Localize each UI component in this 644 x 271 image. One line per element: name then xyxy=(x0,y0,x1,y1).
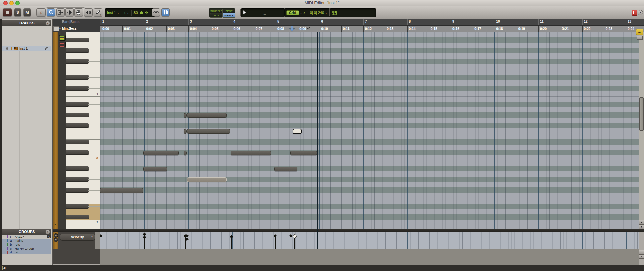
audition-speaker-icon[interactable] xyxy=(144,11,149,15)
black-key[interactable] xyxy=(66,86,89,91)
black-key[interactable] xyxy=(66,102,89,107)
group-name[interactable]: <ALL> xyxy=(15,235,24,238)
black-key[interactable] xyxy=(66,75,89,80)
midi-note[interactable] xyxy=(274,167,297,171)
group-row[interactable]: amains xyxy=(2,239,51,243)
grid-value-toggle[interactable]: Grid xyxy=(286,10,299,15)
velocity-zoom-out-button[interactable]: − xyxy=(639,250,644,254)
notes-lane-button[interactable] xyxy=(59,35,66,41)
velocity-grid[interactable] xyxy=(100,232,639,249)
grid-options-button[interactable]: −− xyxy=(637,36,643,40)
notation-view-button[interactable]: ♫ xyxy=(36,8,46,16)
black-key[interactable] xyxy=(66,204,89,209)
midi-note[interactable] xyxy=(187,177,227,182)
group-az-icon[interactable]: az xyxy=(47,235,51,238)
mirrored-midi-edit-button[interactable] xyxy=(161,8,170,16)
groups-menu-button[interactable]: ▼ xyxy=(45,230,50,234)
solo-button[interactable]: S xyxy=(14,8,21,16)
midi-note[interactable] xyxy=(187,129,230,134)
note-grid[interactable] xyxy=(100,32,639,229)
track-select-chevron[interactable]: ▼ xyxy=(117,12,119,14)
midi-note[interactable] xyxy=(290,151,317,155)
vertical-scrollbar-thumb[interactable] xyxy=(639,97,644,131)
track-list-item[interactable]: Inst 1 xyxy=(2,46,51,52)
midi-note[interactable] xyxy=(184,129,187,134)
grid-units-chevron[interactable]: ▼ xyxy=(325,12,327,14)
ruler-menu-button[interactable]: ≡ xyxy=(53,26,59,31)
black-key[interactable] xyxy=(66,166,89,171)
marker-flag-icon[interactable] xyxy=(306,27,310,31)
selector-tool-button[interactable] xyxy=(65,8,74,16)
default-velocity-value[interactable]: 80 xyxy=(133,11,138,15)
link-timeline-edit-button[interactable] xyxy=(152,8,160,16)
lane-collapse-icon[interactable]: ▼ xyxy=(54,223,56,226)
black-key[interactable] xyxy=(66,59,89,64)
grid-value-chevron[interactable]: ▼ xyxy=(300,12,302,14)
note-duration-icon[interactable]: ♪ xyxy=(124,10,126,15)
default-track-value[interactable]: Inst 1 xyxy=(107,11,116,15)
group-name[interactable]: Hu HA Group xyxy=(15,247,34,250)
black-key[interactable] xyxy=(66,38,89,42)
black-key[interactable] xyxy=(66,177,89,182)
piano-keyboard[interactable]: 432 xyxy=(66,32,100,229)
midi-note[interactable] xyxy=(100,188,143,193)
group-row[interactable]: ○!<ALL>az xyxy=(2,235,51,239)
remove-lane-button[interactable]: − xyxy=(54,233,58,238)
lane-type-dropdown[interactable]: velocity ▼ xyxy=(60,234,95,241)
return-to-start-icon[interactable]: |◀ xyxy=(2,266,5,270)
scroll-up-button[interactable]: ▲ xyxy=(639,220,644,224)
record-enable-button[interactable] xyxy=(3,8,12,16)
midi-note[interactable] xyxy=(231,151,271,155)
shuffle-mode-button[interactable]: SHUFFLE xyxy=(210,9,223,13)
bars-beats-label[interactable]: Bars|Beats xyxy=(62,20,79,24)
add-lane-button[interactable]: + xyxy=(54,238,58,242)
zoomer-tool-button[interactable] xyxy=(47,8,55,16)
trimmer-tool-button[interactable] xyxy=(56,8,65,16)
mute-button[interactable]: M xyxy=(23,8,31,16)
group-row[interactable]: dref xyxy=(2,250,51,254)
grabber-tool-button[interactable] xyxy=(74,8,83,16)
keyboard-icon[interactable] xyxy=(332,11,337,15)
midi-note[interactable] xyxy=(184,151,187,155)
black-key[interactable] xyxy=(66,188,89,193)
tracks-panel-header[interactable]: TRACKS ▼ xyxy=(2,20,51,26)
black-key[interactable] xyxy=(66,150,89,155)
black-key[interactable] xyxy=(66,48,89,53)
black-key[interactable] xyxy=(66,123,89,128)
track-state-dot[interactable] xyxy=(6,47,8,50)
grid-mode-button[interactable]: GRID ▼ xyxy=(223,13,235,18)
midi-note[interactable] xyxy=(143,167,167,171)
black-key[interactable] xyxy=(66,113,89,117)
target-button[interactable] xyxy=(632,10,637,16)
midi-note[interactable] xyxy=(184,113,187,118)
scroll-down-button[interactable]: ▼ xyxy=(639,224,644,229)
track-name[interactable]: Inst 1 xyxy=(19,47,28,50)
window-menu-button[interactable]: ▼ xyxy=(638,10,643,15)
playhead-arrow[interactable] xyxy=(289,26,295,32)
midi-note[interactable] xyxy=(187,113,227,118)
group-row[interactable]: cHu HA Group xyxy=(2,247,51,251)
duration-select-chevron[interactable]: ▼ xyxy=(127,12,129,14)
bars-ruler[interactable]: 12345678910111213 xyxy=(100,19,644,25)
keyboard-focus-az-button[interactable]: az xyxy=(636,29,643,35)
groups-panel-header[interactable]: GROUPS ▼ xyxy=(2,229,51,235)
min-secs-label[interactable]: Min:Secs xyxy=(62,26,77,30)
scrubber-tool-button[interactable] xyxy=(84,8,93,16)
spot-mode-button[interactable]: SPOT xyxy=(223,9,235,13)
midi-note-selected[interactable] xyxy=(293,129,302,134)
black-key[interactable] xyxy=(66,140,89,144)
group-name[interactable]: refs xyxy=(15,242,20,246)
velocity-zoom-in-button[interactable]: + xyxy=(639,254,644,259)
controllers-lane-button[interactable] xyxy=(59,42,66,47)
group-row[interactable]: brefs xyxy=(2,242,51,247)
group-state-dot[interactable]: ○ xyxy=(2,235,7,238)
grid-value-text[interactable]: 0| 0| 240 xyxy=(310,11,324,15)
pencil-tool-button[interactable]: ▼ xyxy=(94,8,102,16)
group-name[interactable]: mains xyxy=(15,239,23,242)
tracks-menu-button[interactable]: ▼ xyxy=(45,21,50,26)
group-name[interactable]: ref xyxy=(15,250,18,254)
ruler-menu-chevron[interactable]: ▼ xyxy=(59,28,61,30)
black-key[interactable] xyxy=(66,215,89,219)
minsecs-ruler[interactable]: 0:000:010:020:030:040:050:060:070:080:09… xyxy=(100,25,644,32)
lane-divider[interactable] xyxy=(53,229,644,232)
